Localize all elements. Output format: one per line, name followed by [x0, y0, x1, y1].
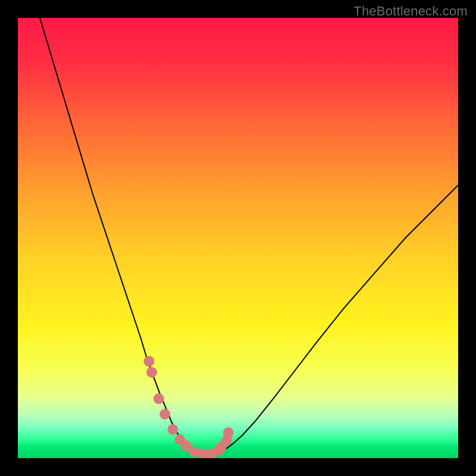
marker-dot [159, 409, 170, 419]
watermark-text: TheBottleneck.com [353, 4, 468, 19]
marker-dots [144, 356, 234, 458]
chart-frame: TheBottleneck.com [0, 0, 476, 476]
marker-dot [146, 367, 157, 378]
plot-area [18, 18, 458, 458]
marker-dot [168, 424, 178, 435]
curve-layer [18, 18, 458, 458]
marker-dot [223, 427, 234, 438]
marker-dot [154, 393, 164, 404]
bottleneck-curve [40, 18, 458, 455]
marker-dot [144, 356, 155, 367]
